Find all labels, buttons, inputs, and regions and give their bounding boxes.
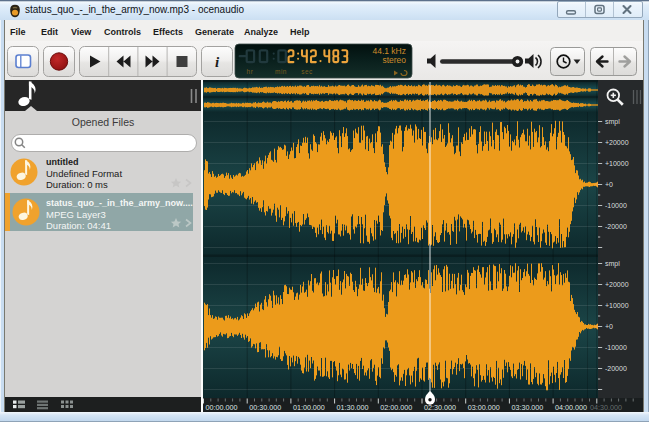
svg-text:sec: sec bbox=[301, 68, 313, 75]
svg-text:01:30.000: 01:30.000 bbox=[337, 403, 369, 412]
svg-text:03:00.000: 03:00.000 bbox=[468, 403, 500, 412]
svg-text:04:30.000: 04:30.000 bbox=[590, 403, 622, 412]
svg-text:-10000: -10000 bbox=[605, 344, 627, 351]
svg-text:04:00.000: 04:00.000 bbox=[555, 403, 587, 412]
svg-text:01:00.000: 01:00.000 bbox=[293, 403, 325, 412]
svg-text:03:30.000: 03:30.000 bbox=[511, 403, 543, 412]
svg-text:+20000: +20000 bbox=[605, 281, 629, 288]
svg-text:+0: +0 bbox=[605, 323, 613, 330]
svg-text:44.1 kHz: 44.1 kHz bbox=[372, 46, 406, 56]
svg-text:hr: hr bbox=[247, 68, 254, 75]
svg-text:-20000: -20000 bbox=[605, 223, 627, 230]
svg-text:-10000: -10000 bbox=[605, 202, 627, 209]
svg-text:00:00.000: 00:00.000 bbox=[206, 403, 238, 412]
svg-text:02:00.000: 02:00.000 bbox=[380, 403, 412, 412]
svg-text:+10000: +10000 bbox=[605, 302, 629, 309]
svg-text:+10000: +10000 bbox=[605, 160, 629, 167]
svg-text:smpl: smpl bbox=[605, 118, 620, 126]
svg-text:smpl: smpl bbox=[605, 260, 620, 268]
svg-text:stereo: stereo bbox=[382, 55, 406, 65]
svg-text:+20000: +20000 bbox=[605, 139, 629, 146]
svg-text:+0: +0 bbox=[605, 181, 613, 188]
svg-text:min: min bbox=[275, 68, 287, 75]
svg-text:00:30.000: 00:30.000 bbox=[249, 403, 281, 412]
svg-text:-20000: -20000 bbox=[605, 365, 627, 372]
